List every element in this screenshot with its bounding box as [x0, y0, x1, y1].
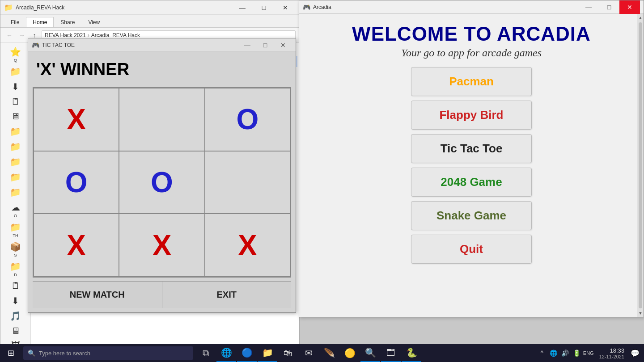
scroll-up-arrow[interactable]: ▲ — [637, 14, 644, 21]
folder-icon-d: 📁 — [10, 261, 21, 272]
sidebar-item-d[interactable]: 📁 D — [0, 259, 30, 279]
sidebar-item-folder4[interactable]: 📁 — [0, 155, 30, 170]
ttt-cell-1[interactable] — [119, 88, 204, 151]
sidebar-item-downloads[interactable]: ⬇ — [0, 80, 30, 95]
tb-icon-edge[interactable]: 🔵 — [237, 344, 257, 362]
tab-home[interactable]: Home — [26, 17, 54, 27]
game-btn-snake[interactable]: Snake Game — [411, 201, 532, 230]
sidebar-label-d: D — [14, 273, 17, 277]
start-button[interactable]: ⊞ — [0, 344, 21, 362]
sidebar-item-dl2[interactable]: ⬇ — [0, 294, 30, 309]
sidebar-item-doc1[interactable]: 🗒 — [0, 95, 30, 109]
sidebar-item-folder2[interactable]: 📁 — [0, 124, 30, 139]
tab-share[interactable]: Share — [54, 17, 81, 27]
doc-icon-1: 🗒 — [11, 97, 20, 107]
file-explorer-controls: — □ ✕ — [232, 0, 296, 15]
tb-icon-chrome[interactable]: 🌐 — [216, 344, 236, 362]
star-icon: ⭐ — [10, 46, 21, 57]
sidebar-item-doc2[interactable]: 🗒 — [0, 279, 30, 294]
arcadia-scrollbar[interactable]: ▲ ▼ — [637, 14, 644, 317]
game-btn-pacman[interactable]: Pacman — [411, 67, 532, 96]
ttt-close-button[interactable]: ✕ — [274, 38, 292, 52]
system-tray: ^ 🌐 🔊 🔋 ENG — [537, 344, 594, 362]
tb-icon-mail[interactable]: ✉ — [299, 344, 318, 362]
sidebar-panel: ⭐ Q 📁 ⬇ 🗒 🖥 📁 📁 📁 — [0, 43, 31, 352]
ttt-winner-text: 'X' WINNER — [33, 56, 291, 83]
scroll-down-arrow[interactable]: ▼ — [637, 309, 644, 317]
tab-view[interactable]: View — [81, 17, 106, 27]
tab-file[interactable]: File — [4, 17, 26, 27]
sidebar-item-onedrive[interactable]: ☁ O — [0, 200, 30, 220]
ttt-cell-5[interactable] — [205, 151, 290, 214]
ttt-cell-4[interactable]: O — [119, 151, 204, 214]
clock-time: 18:33 — [610, 347, 624, 354]
game-btn-2048[interactable]: 2048 Game — [411, 168, 532, 197]
ttt-cell-3[interactable]: O — [34, 151, 119, 214]
doc-icon-2: 🗒 — [11, 281, 20, 291]
file-explorer-title: Arcadia_REVA Hack — [16, 4, 232, 11]
tb-icon-search2[interactable]: 🔍 — [360, 344, 380, 362]
close-button[interactable]: ✕ — [275, 0, 296, 15]
new-match-button[interactable]: NEW MATCH — [33, 282, 162, 308]
ttt-cell-8[interactable]: X — [205, 214, 290, 277]
ttt-maximize-button[interactable]: □ — [256, 38, 274, 52]
tb-icon-folder[interactable]: 📁 — [258, 344, 277, 362]
game-btn-quit[interactable]: Quit — [411, 235, 532, 264]
download-icon: ⬇ — [12, 81, 19, 92]
folder-icon-5: 📁 — [10, 172, 21, 182]
sidebar-item-s[interactable]: 📦 S — [0, 240, 30, 259]
sidebar-item-th[interactable]: 📁 TH — [0, 220, 30, 240]
breadcrumb-item-2[interactable]: Arcadia_REVA Hack — [91, 32, 140, 38]
sidebar-item-folder6[interactable]: 📁 — [0, 185, 30, 200]
ttt-cell-7[interactable]: X — [119, 214, 204, 277]
tray-volume[interactable]: 🔊 — [560, 344, 571, 362]
download-icon-2: ⬇ — [12, 295, 19, 306]
tray-network[interactable]: 🌐 — [548, 344, 559, 362]
tb-icon-python[interactable]: 🐍 — [402, 344, 421, 362]
game-btn-flappy[interactable]: Flappy Bird — [411, 101, 532, 130]
tb-icon-feather[interactable]: 🪶 — [319, 344, 339, 362]
tb-icon-store[interactable]: 🛍 — [278, 344, 298, 362]
arcadia-minimize-button[interactable]: — — [578, 0, 599, 14]
ttt-cell-6[interactable]: X — [34, 214, 119, 277]
clock-date: 12-11-2021 — [599, 354, 624, 359]
exit-button[interactable]: EXIT — [162, 282, 292, 308]
arcadia-icon: 🎮 — [303, 4, 310, 11]
maximize-button[interactable]: □ — [254, 0, 274, 15]
sidebar-item-quick[interactable]: ⭐ Q — [0, 45, 30, 64]
ttt-titlebar: 🎮 TIC TAC TOE — □ ✕ — [28, 38, 296, 52]
tray-battery[interactable]: 🔋 — [572, 344, 582, 362]
back-button[interactable]: ← — [4, 30, 15, 41]
desktop-icon: 🖥 — [11, 111, 20, 122]
sidebar-item-pc[interactable]: 🖥 — [0, 324, 30, 339]
sidebar-item-music[interactable]: 🎵 — [0, 309, 30, 324]
ttt-minimize-button[interactable]: — — [238, 38, 256, 52]
tray-eng[interactable]: ENG — [583, 344, 594, 362]
sidebar-item-folder5[interactable]: 📁 — [0, 170, 30, 185]
tray-chevron[interactable]: ^ — [537, 344, 547, 362]
box-icon: 📦 — [10, 241, 21, 252]
breadcrumb-item-1[interactable]: REVA Hack 2021 — [45, 32, 86, 38]
sidebar-item-folder1[interactable]: 📁 — [0, 64, 30, 80]
forward-button[interactable]: → — [17, 30, 27, 41]
ttt-controls: — □ ✕ — [238, 38, 292, 52]
minimize-button[interactable]: — — [232, 0, 253, 15]
arcadia-close-button[interactable]: ✕ — [619, 0, 640, 14]
tb-icon-task-view[interactable]: ⧉ — [196, 344, 216, 362]
sidebar-label-th: TH — [13, 233, 18, 238]
arcadia-maximize-button[interactable]: □ — [599, 0, 619, 14]
sidebar-label-quick: Q — [14, 58, 17, 63]
ribbon: File Home Share View — [0, 15, 299, 28]
tb-icon-app8[interactable]: 🟡 — [340, 344, 360, 362]
breadcrumb-separator: › — [88, 32, 89, 38]
ttt-cell-2[interactable]: O — [205, 88, 290, 151]
taskbar-search[interactable]: 🔍 Type here to search — [23, 346, 193, 360]
tb-icon-app10[interactable]: 🗔 — [381, 344, 401, 362]
game-btn-tictactoe[interactable]: Tic Tac Toe — [411, 134, 532, 163]
notification-icon[interactable]: 💬 — [630, 344, 640, 362]
ttt-title: TIC TAC TOE — [42, 42, 238, 48]
ttt-cell-0[interactable]: X — [34, 88, 119, 151]
clock[interactable]: 18:33 12-11-2021 — [596, 347, 628, 359]
sidebar-item-desktop[interactable]: 🖥 — [0, 109, 30, 124]
sidebar-item-folder3[interactable]: 📁 — [0, 139, 30, 155]
